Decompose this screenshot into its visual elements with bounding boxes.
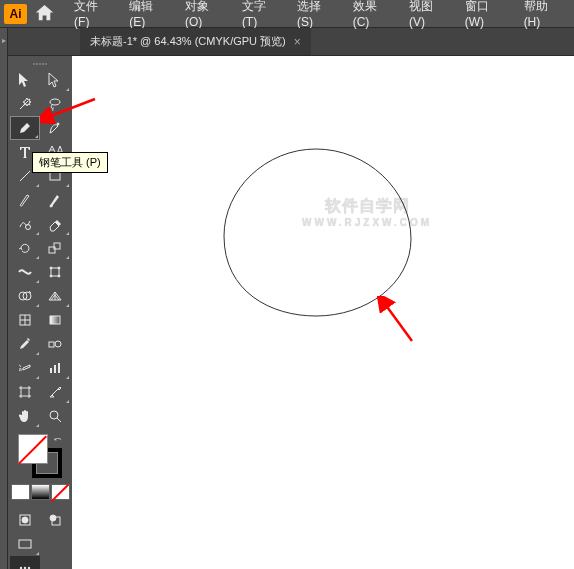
svg-rect-29 xyxy=(19,540,31,548)
drawing-mode-normal[interactable] xyxy=(10,508,40,532)
pen-tool[interactable] xyxy=(10,116,40,140)
menu-effect[interactable]: 效果(C) xyxy=(345,0,399,33)
free-transform-tool[interactable] xyxy=(40,260,70,284)
document-tab[interactable]: 未标题-1* @ 64.43% (CMYK/GPU 预览) × xyxy=(80,28,311,55)
menu-help[interactable]: 帮助(H) xyxy=(516,0,570,33)
annotation-arrow-toolbar xyxy=(40,94,100,124)
svg-line-34 xyxy=(48,99,95,117)
svg-point-10 xyxy=(50,267,52,269)
svg-point-27 xyxy=(50,515,56,521)
close-icon[interactable]: × xyxy=(294,35,301,49)
svg-rect-20 xyxy=(50,368,52,373)
svg-point-19 xyxy=(55,341,61,347)
tools-panel: ⤺ xyxy=(8,56,72,569)
color-mode-gradient[interactable] xyxy=(31,484,50,500)
hand-tool[interactable] xyxy=(10,404,40,428)
fill-color-box[interactable] xyxy=(18,434,48,464)
color-mode-solid[interactable] xyxy=(11,484,30,500)
svg-rect-21 xyxy=(54,365,56,373)
left-gutter: ▸ xyxy=(0,28,8,569)
perspective-tool[interactable] xyxy=(40,284,70,308)
panel-drag-handle[interactable] xyxy=(10,60,70,68)
gradient-tool[interactable] xyxy=(40,308,70,332)
svg-rect-17 xyxy=(50,316,60,324)
color-mode-none[interactable] xyxy=(51,484,70,500)
direct-selection-tool[interactable] xyxy=(40,68,70,92)
scale-tool[interactable] xyxy=(40,236,70,260)
svg-rect-23 xyxy=(21,388,29,396)
svg-point-24 xyxy=(50,411,58,419)
eyedropper-tool[interactable] xyxy=(10,332,40,356)
menu-window[interactable]: 窗口(W) xyxy=(457,0,514,33)
tooltip-pen-tool: 钢笔工具 (P) xyxy=(32,152,108,173)
paintbrush-tool[interactable] xyxy=(10,188,40,212)
drawing-mode-behind[interactable] xyxy=(40,508,70,532)
screen-mode[interactable] xyxy=(10,532,40,556)
eraser-tool[interactable] xyxy=(40,212,70,236)
edit-toolbar[interactable] xyxy=(10,556,40,569)
annotation-arrow-canvas xyxy=(377,296,417,346)
column-graph-tool[interactable] xyxy=(40,356,70,380)
document-tab-title: 未标题-1* @ 64.43% (CMYK/GPU 预览) xyxy=(90,34,286,49)
zoom-tool[interactable] xyxy=(40,404,70,428)
svg-rect-5 xyxy=(50,172,60,180)
svg-point-6 xyxy=(26,225,31,230)
svg-rect-9 xyxy=(51,268,59,276)
selection-tool[interactable] xyxy=(10,68,40,92)
shaper-tool[interactable] xyxy=(10,212,40,236)
svg-point-12 xyxy=(50,275,52,277)
app-logo: Ai xyxy=(4,4,27,24)
svg-rect-22 xyxy=(58,363,60,373)
mesh-tool[interactable] xyxy=(10,308,40,332)
menu-view[interactable]: 视图(V) xyxy=(401,0,455,33)
rotate-tool[interactable] xyxy=(10,236,40,260)
magic-wand-tool[interactable] xyxy=(10,92,40,116)
svg-point-26 xyxy=(22,517,28,523)
canvas[interactable]: 软件自学网 WWW.RJZXW.COM xyxy=(72,56,574,569)
expand-panel-icon[interactable]: ▸ xyxy=(1,34,7,46)
color-mode-row xyxy=(11,484,70,500)
width-tool[interactable] xyxy=(10,260,40,284)
fill-stroke-indicator[interactable]: ⤺ xyxy=(18,434,62,478)
svg-line-4 xyxy=(20,171,30,181)
svg-point-13 xyxy=(58,275,60,277)
shape-builder-tool[interactable] xyxy=(10,284,40,308)
blob-brush-tool[interactable] xyxy=(40,188,70,212)
slice-tool[interactable] xyxy=(40,380,70,404)
swap-fill-stroke-icon[interactable]: ⤺ xyxy=(54,434,62,444)
svg-rect-18 xyxy=(49,342,54,347)
artboard-tool[interactable] xyxy=(10,380,40,404)
blend-tool[interactable] xyxy=(40,332,70,356)
svg-line-1 xyxy=(385,304,412,341)
home-icon[interactable] xyxy=(33,2,56,26)
svg-point-11 xyxy=(58,267,60,269)
menu-bar: Ai 文件(F) 编辑(E) 对象(O) 文字(T) 选择(S) 效果(C) 视… xyxy=(0,0,574,28)
symbol-sprayer-tool[interactable] xyxy=(10,356,40,380)
